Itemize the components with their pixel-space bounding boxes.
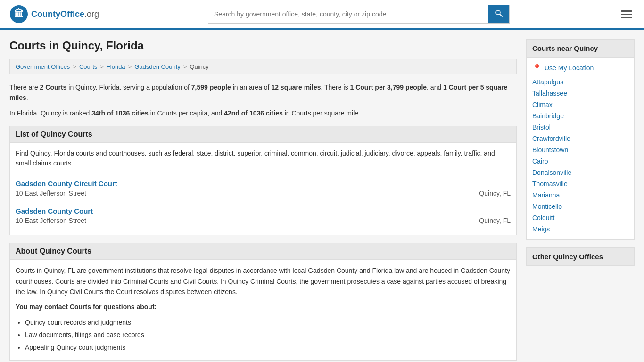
menu-line — [621, 14, 632, 15]
breadcrumb-link-florida[interactable]: Florida — [107, 63, 125, 70]
near-city-link[interactable]: Bristol — [532, 122, 628, 133]
other-offices-box: Other Quincy Offices — [526, 247, 635, 266]
content-area: Courts in Quincy, Florida Government Off… — [9, 39, 517, 362]
breadcrumb-current: Quincy — [190, 63, 208, 70]
search-icon — [495, 9, 503, 17]
near-city-link[interactable]: Climax — [532, 99, 628, 110]
near-city-link[interactable]: Tallahassee — [532, 88, 628, 99]
near-city-link[interactable]: Thomasville — [532, 178, 628, 189]
logo-area: 🏛 CountyOffice.org — [9, 5, 99, 24]
menu-button[interactable] — [619, 8, 635, 21]
near-city-link[interactable]: Blountstown — [532, 144, 628, 156]
courts-list: Gadsden County Circuit Court 10 East Jef… — [16, 175, 511, 229]
near-city-link[interactable]: Marianna — [532, 189, 628, 201]
menu-line — [621, 17, 632, 18]
near-city-link[interactable]: Cairo — [532, 156, 628, 167]
contact-item: Law documents, filings and case records — [25, 329, 511, 340]
court-name[interactable]: Gadsden County Circuit Court — [16, 180, 511, 188]
logo-text: CountyOffice.org — [31, 9, 99, 19]
court-item: Gadsden County Court 10 East Jefferson S… — [16, 202, 511, 229]
near-city-link[interactable]: Crawfordville — [532, 133, 628, 144]
other-offices-header: Other Quincy Offices — [527, 248, 634, 266]
pin-icon: 📍 — [532, 64, 542, 73]
breadcrumb-link-gov[interactable]: Government Offices — [16, 63, 70, 70]
search-area — [208, 5, 510, 24]
near-city-link[interactable]: Attapulgus — [532, 76, 628, 88]
about-header: About Quincy Courts — [9, 243, 517, 260]
courts-near-box: Courts near Quincy 📍 Use My Location Att… — [526, 39, 635, 240]
svg-text:🏛: 🏛 — [14, 8, 24, 19]
about-body-text: Courts in Quincy, FL are government inst… — [16, 265, 511, 297]
list-desc: Find Quincy, Florida courts and courthou… — [16, 148, 511, 168]
info-text: There are 2 Courts in Quincy, Florida, s… — [9, 82, 517, 103]
court-item: Gadsden County Circuit Court 10 East Jef… — [16, 175, 511, 202]
contact-list: Quincy court records and judgmentsLaw do… — [25, 317, 511, 353]
court-address: 10 East Jefferson Street — [16, 189, 86, 197]
courts-near-content: 📍 Use My Location AttapulgusTallahasseeC… — [527, 58, 634, 239]
svg-line-3 — [500, 14, 502, 16]
search-button[interactable] — [488, 5, 509, 23]
court-address: 10 East Jefferson Street — [16, 217, 86, 224]
breadcrumb: Government Offices > Courts > Florida > … — [9, 59, 517, 74]
court-city-state: Quincy, FL — [479, 189, 511, 197]
header: 🏛 CountyOffice.org — [0, 0, 644, 30]
page-title: Courts in Quincy, Florida — [9, 39, 517, 52]
contact-item: Appealing Quincy court judgments — [25, 342, 511, 353]
contact-item: Quincy court records and judgments — [25, 317, 511, 328]
court-name[interactable]: Gadsden County Court — [16, 207, 511, 215]
near-city-link[interactable]: Monticello — [532, 201, 628, 212]
breadcrumb-sep: > — [73, 63, 76, 70]
list-courts-header: List of Quincy Courts — [9, 126, 517, 143]
near-city-link[interactable]: Donalsonville — [532, 167, 628, 178]
near-city-link[interactable]: Meigs — [532, 223, 628, 235]
sidebar: Courts near Quincy 📍 Use My Location Att… — [526, 39, 635, 362]
search-input[interactable] — [208, 7, 488, 22]
near-links: AttapulgusTallahasseeClimaxBainbridgeBri… — [532, 76, 628, 235]
rank-text: In Florida, Quincy is ranked 34th of 103… — [9, 108, 517, 118]
list-courts-section: List of Quincy Courts Find Quincy, Flori… — [9, 126, 517, 235]
about-content: Courts in Quincy, FL are government inst… — [9, 260, 517, 361]
breadcrumb-sep: > — [183, 63, 187, 70]
breadcrumb-link-gadsden[interactable]: Gadsden County — [134, 63, 181, 70]
breadcrumb-sep: > — [128, 63, 132, 70]
courts-near-header: Courts near Quincy — [527, 40, 634, 58]
logo-icon: 🏛 — [9, 5, 28, 24]
near-city-link[interactable]: Colquitt — [532, 212, 628, 223]
use-my-location-link[interactable]: Use My Location — [545, 62, 594, 74]
about-section: About Quincy Courts Courts in Quincy, FL… — [9, 243, 517, 361]
contact-label: You may contact Courts for questions abo… — [16, 303, 157, 311]
main-wrapper: Courts in Quincy, Florida Government Off… — [0, 30, 644, 362]
breadcrumb-sep: > — [100, 63, 104, 70]
near-city-link[interactable]: Bainbridge — [532, 110, 628, 122]
breadcrumb-link-courts[interactable]: Courts — [79, 63, 97, 70]
use-location-row: 📍 Use My Location — [532, 62, 628, 74]
court-city-state: Quincy, FL — [479, 217, 511, 224]
list-courts-content: Find Quincy, Florida courts and courthou… — [9, 143, 517, 235]
menu-line — [621, 10, 632, 12]
